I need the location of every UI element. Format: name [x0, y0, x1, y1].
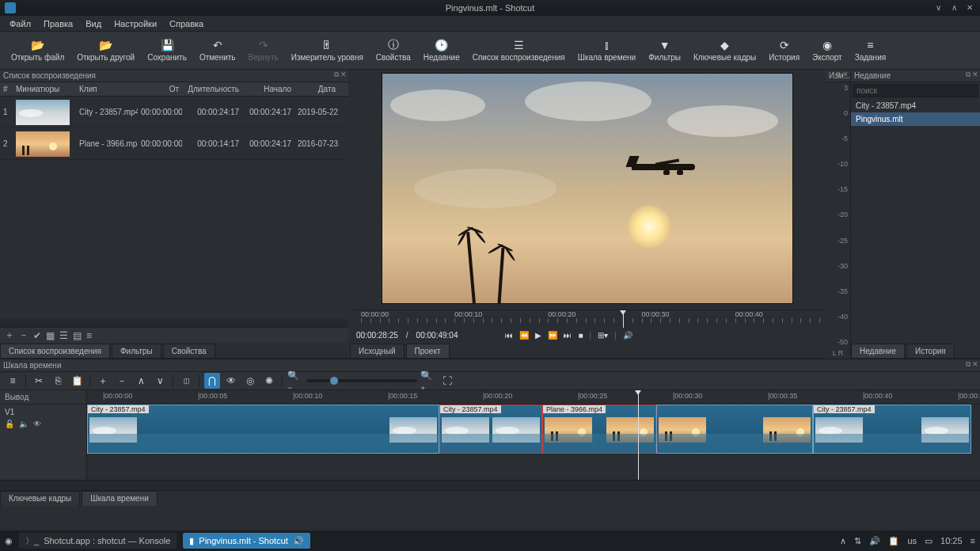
scrub-icon[interactable]: 👁: [223, 373, 239, 389]
split-icon[interactable]: ⎅: [178, 373, 194, 389]
task-shotcut[interactable]: ▮ Pingvinus.mlt - Shotcut 🔊: [183, 533, 310, 549]
zoom-fit-icon[interactable]: ⊞▾: [598, 331, 608, 340]
keyframes-button[interactable]: ◆Ключевые кадры: [687, 36, 762, 64]
timeline-clip[interactable]: City - 23857.mp4: [87, 405, 439, 454]
track-header-v1[interactable]: V1 🔓 🔈 👁: [0, 405, 86, 454]
recent-item[interactable]: City - 23857.mp4: [851, 99, 980, 112]
recent-undock-icon[interactable]: ⧉: [966, 70, 971, 79]
col-thumb[interactable]: Миниатюры: [13, 83, 76, 95]
tab-properties[interactable]: Свойства: [163, 344, 215, 358]
meter-undock-icon[interactable]: ⧉: [836, 70, 841, 79]
playlist-button[interactable]: ☰Список воспроизведения: [466, 36, 572, 64]
tl-undock-icon[interactable]: ⧉: [966, 360, 971, 369]
tray-menu-icon[interactable]: ≡: [971, 536, 975, 545]
tasks-button[interactable]: ≡Задания: [849, 36, 893, 64]
col-start[interactable]: Начало: [242, 83, 294, 95]
col-dur[interactable]: Длительность: [182, 83, 242, 95]
remove-icon[interactable]: －: [114, 373, 130, 389]
copy-icon[interactable]: ⎘: [50, 373, 66, 389]
maximize-icon[interactable]: ∧: [948, 2, 959, 13]
tab-recent[interactable]: Недавние: [851, 344, 905, 358]
pl-check-icon[interactable]: ✔: [33, 330, 41, 341]
skip-end-icon[interactable]: ⏭: [564, 331, 572, 340]
pl-add-icon[interactable]: ＋: [5, 329, 14, 342]
zoom-slider[interactable]: [306, 379, 417, 382]
menu-settings[interactable]: Настройки: [109, 17, 161, 30]
pl-grid-icon[interactable]: ▦: [46, 330, 55, 341]
recent-button[interactable]: 🕑Недавние: [417, 36, 466, 64]
recent-item[interactable]: Pingvinus.mlt: [851, 112, 980, 126]
tab-filters[interactable]: Фильтры: [112, 344, 161, 358]
fast-forward-icon[interactable]: ⏩: [548, 331, 557, 340]
play-icon[interactable]: ▶: [535, 331, 541, 340]
zoom-out-icon[interactable]: 🔍₋: [287, 373, 303, 389]
undo-button[interactable]: ↶Отменить: [193, 36, 242, 64]
recent-search-input[interactable]: [853, 84, 978, 97]
tl-menu-icon[interactable]: ≡: [5, 373, 21, 389]
tl-output-row[interactable]: Вывод: [0, 390, 86, 405]
col-clip[interactable]: Клип: [76, 83, 138, 95]
playhead[interactable]: [638, 390, 639, 480]
track-v1[interactable]: City - 23857.mp4City - 23857.mp4Plane - …: [87, 405, 980, 454]
playlist-hscroll[interactable]: [0, 319, 348, 327]
meter-close-icon[interactable]: ✕: [842, 70, 849, 79]
panel-close-icon[interactable]: ✕: [340, 70, 347, 79]
tl-close-icon[interactable]: ✕: [972, 360, 978, 369]
zoom-in-icon[interactable]: 🔍₊: [420, 373, 436, 389]
recent-close-icon[interactable]: ✕: [972, 70, 978, 79]
preview-marker[interactable]: [623, 310, 624, 328]
menu-file[interactable]: Файл: [5, 17, 36, 30]
timeline-clip[interactable]: City - 23857.mp4: [813, 405, 971, 454]
tray-clipboard-icon[interactable]: 📋: [888, 536, 899, 546]
rewind-icon[interactable]: ⏪: [519, 331, 529, 340]
pl-remove-icon[interactable]: －: [19, 329, 28, 342]
track-mute-icon[interactable]: 🔈: [19, 420, 28, 428]
menu-view[interactable]: Вид: [81, 17, 106, 30]
panel-undock-icon[interactable]: ⧉: [334, 70, 339, 79]
tray-notify-icon[interactable]: ▭: [925, 536, 933, 546]
pl-list-icon[interactable]: ☰: [59, 330, 68, 341]
timeline-hscroll[interactable]: [0, 481, 980, 490]
tab-history[interactable]: История: [906, 344, 955, 358]
minimize-icon[interactable]: ∨: [933, 2, 944, 13]
menu-help[interactable]: Справка: [165, 17, 208, 30]
menu-edit[interactable]: Правка: [39, 17, 78, 30]
pl-tiles-icon[interactable]: ▤: [73, 330, 82, 341]
timeline-clip[interactable]: Plane - 3966.mp4: [542, 405, 656, 454]
ripple-icon[interactable]: ◎: [242, 373, 258, 389]
zoom-fit-timeline-icon[interactable]: ⛶: [439, 373, 455, 389]
tray-network-icon[interactable]: ⇅: [854, 536, 861, 546]
preview[interactable]: [350, 70, 824, 310]
cut-icon[interactable]: ✂: [31, 373, 47, 389]
close-icon[interactable]: ✕: [964, 2, 975, 13]
stop-icon[interactable]: ■: [578, 331, 583, 340]
tab-playlist[interactable]: Список воспроизведения: [0, 344, 110, 358]
col-date[interactable]: Дата: [294, 83, 339, 95]
tray-volume-icon[interactable]: 🔊: [869, 536, 880, 546]
tab-project[interactable]: Проект: [406, 344, 450, 358]
ripple-all-icon[interactable]: ✺: [261, 373, 277, 389]
volume-icon[interactable]: 🔊: [623, 331, 632, 340]
timeline-clip[interactable]: City - 23857.mp4: [439, 405, 542, 454]
lift-icon[interactable]: ∧: [133, 373, 149, 389]
open-other-button[interactable]: 📂Открыть другой: [70, 36, 141, 64]
save-button[interactable]: 💾Сохранить: [141, 36, 193, 64]
tray-clock[interactable]: 10:25: [940, 536, 963, 545]
tab-timeline[interactable]: Шкала времени: [82, 491, 157, 506]
append-icon[interactable]: ＋: [95, 373, 111, 389]
task-konsole[interactable]: 〉_ Shotcut.app : shotcut — Konsole: [19, 533, 177, 549]
filters-button[interactable]: ▼Фильтры: [642, 36, 687, 64]
timeline-button[interactable]: ⫿Шкала времени: [572, 36, 642, 64]
properties-button[interactable]: ⓘСвойства: [370, 36, 417, 64]
tray-chevron-icon[interactable]: ∧: [840, 536, 846, 546]
paste-icon[interactable]: 📋: [69, 373, 85, 389]
tab-source[interactable]: Исходный: [350, 344, 405, 358]
skip-start-icon[interactable]: ⏮: [505, 331, 513, 340]
tray-lang[interactable]: us: [907, 536, 917, 545]
col-in[interactable]: От: [138, 83, 182, 95]
meter-button[interactable]: 🎚Измеритель уровня: [285, 36, 370, 64]
pl-menu-icon[interactable]: ≡: [86, 330, 92, 341]
track-lock-icon[interactable]: 🔓: [5, 420, 14, 428]
track-hide-icon[interactable]: 👁: [33, 420, 41, 428]
open-file-button[interactable]: 📂Открыть файл: [5, 36, 70, 64]
